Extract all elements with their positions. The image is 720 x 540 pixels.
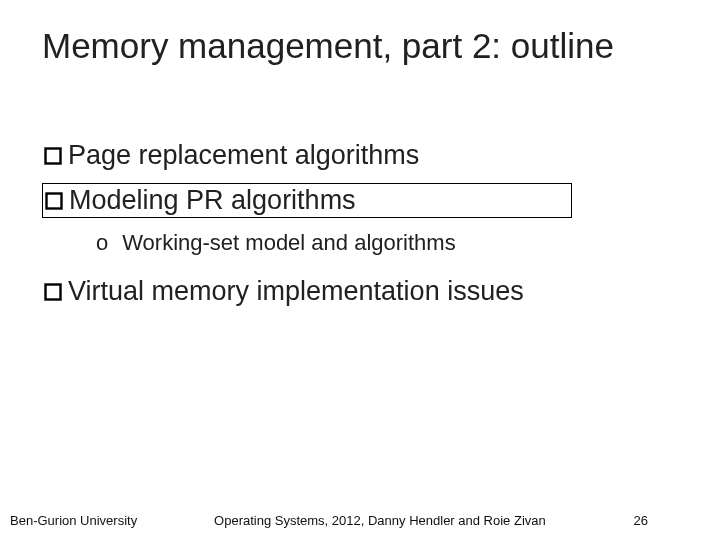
sub-bullet-text: Working-set model and algorithms [122,230,455,256]
outline-list: Page replacement algorithms Modeling PR … [42,138,680,309]
circle-marker-icon: o [96,230,108,256]
svg-rect-0 [46,148,61,163]
svg-rect-1 [47,193,62,208]
bullet-text: Virtual memory implementation issues [68,276,524,307]
bullet-item: Virtual memory implementation issues [42,274,680,309]
bullet-text: Page replacement algorithms [68,140,419,171]
bullet-item-highlighted: Modeling PR algorithms [42,183,572,218]
footer-affiliation: Ben-Gurion University [10,513,137,528]
bullet-item: Page replacement algorithms [42,138,680,173]
hollow-square-icon [44,283,62,301]
hollow-square-icon [44,147,62,165]
footer-course-info: Operating Systems, 2012, Danny Hendler a… [214,513,546,528]
svg-rect-2 [46,284,61,299]
hollow-square-icon [45,192,63,210]
slide-title: Memory management, part 2: outline [42,26,680,66]
footer-page-number: 26 [634,513,648,528]
sub-bullet-item: o Working-set model and algorithms [96,230,680,256]
bullet-text: Modeling PR algorithms [69,185,356,216]
slide: Memory management, part 2: outline Page … [0,0,720,540]
